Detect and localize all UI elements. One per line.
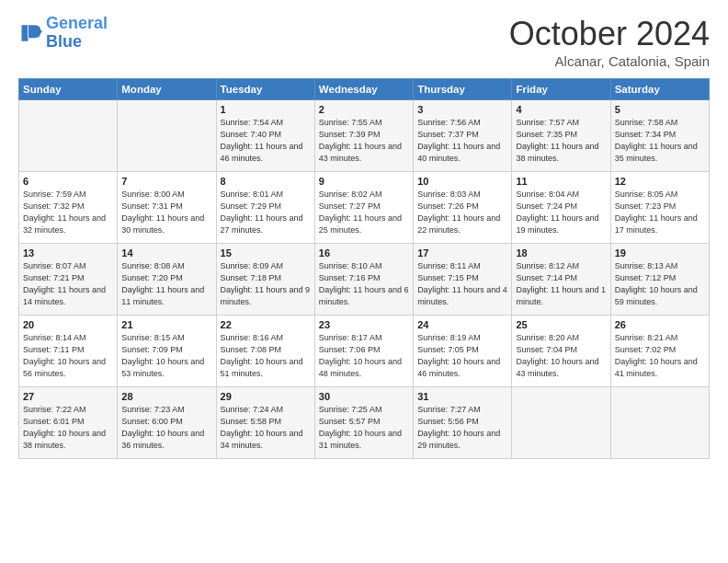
calendar-cell: 10Sunrise: 8:03 AMSunset: 7:26 PMDayligh… xyxy=(414,172,512,244)
calendar-cell xyxy=(512,387,610,459)
day-number: 6 xyxy=(23,176,113,187)
calendar-week-row: 1Sunrise: 7:54 AMSunset: 7:40 PMDaylight… xyxy=(19,100,710,172)
day-number: 13 xyxy=(23,247,113,259)
day-info: Sunrise: 8:10 AMSunset: 7:16 PMDaylight:… xyxy=(319,260,409,308)
day-number: 27 xyxy=(23,391,113,402)
day-number: 4 xyxy=(516,104,606,115)
weekday-header-tuesday: Tuesday xyxy=(216,79,314,100)
calendar-cell: 4Sunrise: 7:57 AMSunset: 7:35 PMDaylight… xyxy=(512,100,610,172)
day-number: 19 xyxy=(615,247,705,259)
logo-general: General xyxy=(46,14,108,32)
day-number: 31 xyxy=(417,391,507,402)
day-number: 21 xyxy=(121,319,211,330)
day-info: Sunrise: 8:08 AMSunset: 7:20 PMDaylight:… xyxy=(121,260,211,308)
calendar-cell: 16Sunrise: 8:10 AMSunset: 7:16 PMDayligh… xyxy=(314,244,413,316)
day-number: 12 xyxy=(615,176,705,187)
day-number: 26 xyxy=(615,319,705,330)
calendar-cell: 17Sunrise: 8:11 AMSunset: 7:15 PMDayligh… xyxy=(414,244,512,316)
calendar-cell: 27Sunrise: 7:22 AMSunset: 6:01 PMDayligh… xyxy=(19,387,118,459)
day-number: 14 xyxy=(121,247,211,259)
calendar-cell: 9Sunrise: 8:02 AMSunset: 7:27 PMDaylight… xyxy=(314,172,413,244)
day-info: Sunrise: 8:11 AMSunset: 7:15 PMDaylight:… xyxy=(417,260,507,308)
calendar-cell: 24Sunrise: 8:19 AMSunset: 7:05 PMDayligh… xyxy=(414,316,512,387)
day-info: Sunrise: 8:00 AMSunset: 7:31 PMDaylight:… xyxy=(121,189,211,236)
day-info: Sunrise: 8:12 AMSunset: 7:14 PMDaylight:… xyxy=(516,260,606,308)
day-info: Sunrise: 7:59 AMSunset: 7:32 PMDaylight:… xyxy=(23,189,113,236)
day-info: Sunrise: 7:55 AMSunset: 7:39 PMDaylight:… xyxy=(319,117,409,165)
calendar-cell: 7Sunrise: 8:00 AMSunset: 7:31 PMDaylight… xyxy=(118,172,216,244)
calendar-cell xyxy=(610,387,709,459)
header: General Blue October 2024 Alcanar, Catal… xyxy=(18,15,710,69)
calendar-cell: 12Sunrise: 8:05 AMSunset: 7:23 PMDayligh… xyxy=(610,172,709,244)
calendar-cell: 6Sunrise: 7:59 AMSunset: 7:32 PMDaylight… xyxy=(19,172,118,244)
day-number: 2 xyxy=(319,104,409,115)
calendar-cell: 15Sunrise: 8:09 AMSunset: 7:18 PMDayligh… xyxy=(216,244,314,316)
calendar-cell: 14Sunrise: 8:08 AMSunset: 7:20 PMDayligh… xyxy=(118,244,216,316)
calendar-table: SundayMondayTuesdayWednesdayThursdayFrid… xyxy=(18,78,710,459)
day-number: 8 xyxy=(221,176,311,187)
day-info: Sunrise: 7:58 AMSunset: 7:34 PMDaylight:… xyxy=(615,117,705,165)
day-info: Sunrise: 8:09 AMSunset: 7:18 PMDaylight:… xyxy=(221,260,311,308)
calendar-week-row: 13Sunrise: 8:07 AMSunset: 7:21 PMDayligh… xyxy=(19,244,710,316)
day-number: 1 xyxy=(221,104,311,115)
calendar-cell xyxy=(19,100,118,172)
day-info: Sunrise: 8:15 AMSunset: 7:09 PMDaylight:… xyxy=(121,332,211,380)
weekday-header-wednesday: Wednesday xyxy=(314,79,413,100)
day-info: Sunrise: 8:02 AMSunset: 7:27 PMDaylight:… xyxy=(319,189,409,236)
logo-blue: Blue xyxy=(46,32,82,51)
calendar-cell: 21Sunrise: 8:15 AMSunset: 7:09 PMDayligh… xyxy=(118,316,216,387)
day-info: Sunrise: 8:03 AMSunset: 7:26 PMDaylight:… xyxy=(417,189,507,236)
day-info: Sunrise: 7:24 AMSunset: 5:58 PMDaylight:… xyxy=(221,404,311,452)
day-number: 7 xyxy=(121,176,211,187)
day-info: Sunrise: 8:21 AMSunset: 7:02 PMDaylight:… xyxy=(615,332,705,380)
day-number: 15 xyxy=(221,247,311,259)
day-info: Sunrise: 7:22 AMSunset: 6:01 PMDaylight:… xyxy=(23,404,113,452)
logo: General Blue xyxy=(18,15,108,52)
calendar-cell: 19Sunrise: 8:13 AMSunset: 7:12 PMDayligh… xyxy=(610,244,709,316)
day-number: 25 xyxy=(516,319,606,330)
weekday-header-monday: Monday xyxy=(118,79,216,100)
calendar-cell: 26Sunrise: 8:21 AMSunset: 7:02 PMDayligh… xyxy=(610,316,709,387)
day-info: Sunrise: 7:57 AMSunset: 7:35 PMDaylight:… xyxy=(516,117,606,165)
calendar-cell: 23Sunrise: 8:17 AMSunset: 7:06 PMDayligh… xyxy=(314,316,413,387)
day-number: 10 xyxy=(417,176,507,187)
calendar-week-row: 6Sunrise: 7:59 AMSunset: 7:32 PMDaylight… xyxy=(19,172,710,244)
calendar-cell: 31Sunrise: 7:27 AMSunset: 5:56 PMDayligh… xyxy=(414,387,512,459)
day-info: Sunrise: 8:01 AMSunset: 7:29 PMDaylight:… xyxy=(221,189,311,236)
day-number: 20 xyxy=(23,319,113,330)
logo-icon xyxy=(18,20,44,46)
calendar-cell: 22Sunrise: 8:16 AMSunset: 7:08 PMDayligh… xyxy=(216,316,314,387)
calendar-cell: 18Sunrise: 8:12 AMSunset: 7:14 PMDayligh… xyxy=(512,244,610,316)
calendar-cell: 30Sunrise: 7:25 AMSunset: 5:57 PMDayligh… xyxy=(314,387,413,459)
day-info: Sunrise: 8:07 AMSunset: 7:21 PMDaylight:… xyxy=(23,260,113,308)
logo-text: General Blue xyxy=(46,15,108,52)
calendar-cell: 8Sunrise: 8:01 AMSunset: 7:29 PMDaylight… xyxy=(216,172,314,244)
calendar-cell: 28Sunrise: 7:23 AMSunset: 6:00 PMDayligh… xyxy=(118,387,216,459)
calendar-cell: 20Sunrise: 8:14 AMSunset: 7:11 PMDayligh… xyxy=(19,316,118,387)
calendar-week-row: 27Sunrise: 7:22 AMSunset: 6:01 PMDayligh… xyxy=(19,387,710,459)
day-info: Sunrise: 7:23 AMSunset: 6:00 PMDaylight:… xyxy=(121,404,211,452)
weekday-header-row: SundayMondayTuesdayWednesdayThursdayFrid… xyxy=(19,79,710,100)
day-number: 16 xyxy=(319,247,409,259)
day-number: 9 xyxy=(319,176,409,187)
day-info: Sunrise: 7:25 AMSunset: 5:57 PMDaylight:… xyxy=(319,404,409,452)
day-number: 28 xyxy=(121,391,211,402)
day-number: 11 xyxy=(516,176,606,187)
calendar-cell: 11Sunrise: 8:04 AMSunset: 7:24 PMDayligh… xyxy=(512,172,610,244)
day-info: Sunrise: 8:13 AMSunset: 7:12 PMDaylight:… xyxy=(615,260,705,308)
location-title: Alcanar, Catalonia, Spain xyxy=(509,53,710,69)
day-info: Sunrise: 8:20 AMSunset: 7:04 PMDaylight:… xyxy=(516,332,606,380)
calendar-cell: 13Sunrise: 8:07 AMSunset: 7:21 PMDayligh… xyxy=(19,244,118,316)
calendar-cell: 25Sunrise: 8:20 AMSunset: 7:04 PMDayligh… xyxy=(512,316,610,387)
calendar-cell: 5Sunrise: 7:58 AMSunset: 7:34 PMDaylight… xyxy=(610,100,709,172)
page: General Blue October 2024 Alcanar, Catal… xyxy=(0,0,728,563)
day-info: Sunrise: 7:54 AMSunset: 7:40 PMDaylight:… xyxy=(221,117,311,165)
day-number: 22 xyxy=(221,319,311,330)
weekday-header-friday: Friday xyxy=(512,79,610,100)
day-info: Sunrise: 8:05 AMSunset: 7:23 PMDaylight:… xyxy=(615,189,705,236)
weekday-header-sunday: Sunday xyxy=(19,79,118,100)
day-info: Sunrise: 8:14 AMSunset: 7:11 PMDaylight:… xyxy=(23,332,113,380)
day-number: 29 xyxy=(221,391,311,402)
day-info: Sunrise: 7:27 AMSunset: 5:56 PMDaylight:… xyxy=(417,404,507,452)
calendar-cell: 3Sunrise: 7:56 AMSunset: 7:37 PMDaylight… xyxy=(414,100,512,172)
